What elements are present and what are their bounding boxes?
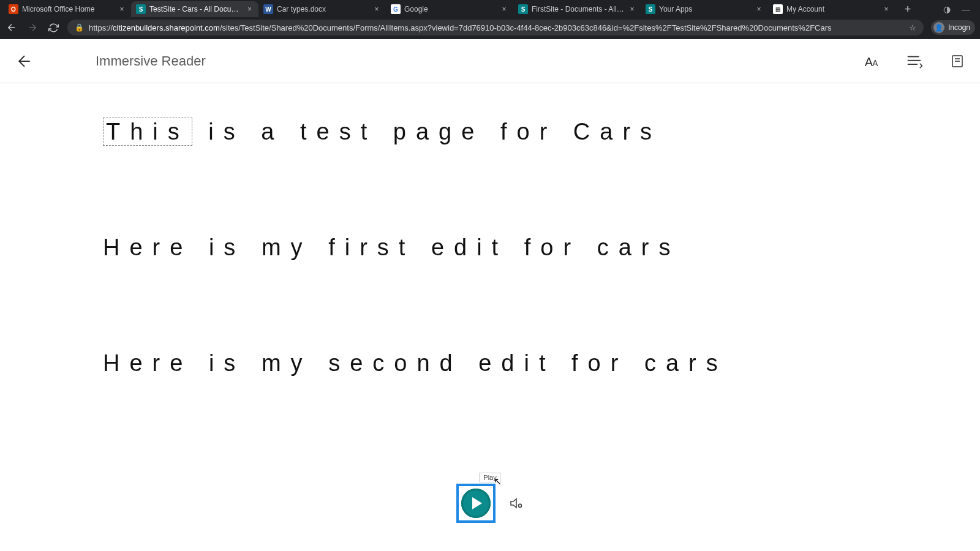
sharepoint-icon: S xyxy=(136,4,146,14)
lock-icon: 🔒 xyxy=(75,23,84,32)
sharepoint-icon: S xyxy=(518,4,528,14)
voice-settings-button[interactable] xyxy=(509,496,524,511)
word-icon: W xyxy=(263,4,273,14)
reading-preferences-button[interactable] xyxy=(947,51,968,72)
playback-controls: Play ↖ xyxy=(0,484,980,523)
tab-my-account[interactable]: ⊞ My Account × xyxy=(768,1,895,17)
tab-title: Your Apps xyxy=(659,5,751,13)
url-text: https://citizenbuilders.sharepoint.com/s… xyxy=(89,23,832,32)
back-button[interactable] xyxy=(5,21,18,34)
close-icon[interactable]: × xyxy=(246,5,254,13)
tab-google[interactable]: G Google × xyxy=(386,1,513,17)
content-line-1: This is a test page for Cars xyxy=(103,119,980,145)
profile-label: Incogn xyxy=(948,23,970,32)
tab-title: Microsoft Office Home xyxy=(22,5,114,13)
content-line-3: Here is my second edit for cars xyxy=(103,350,980,377)
minimize-icon[interactable]: — xyxy=(962,4,970,14)
reload-button[interactable] xyxy=(47,21,60,34)
tab-office-home[interactable]: O Microsoft Office Home × xyxy=(4,1,131,17)
content-line-2: Here is my first edit for cars xyxy=(103,234,980,261)
tab-title: TestSite - Cars - All Documents xyxy=(149,5,242,13)
new-tab-button[interactable]: + xyxy=(899,1,916,17)
address-bar-row: 🔒 https://citizenbuilders.sharepoint.com… xyxy=(0,18,980,39)
close-icon[interactable]: × xyxy=(755,5,763,13)
tab-strip: O Microsoft Office Home × S TestSite - C… xyxy=(0,0,980,18)
google-icon: G xyxy=(391,4,401,14)
reader-content: This is a test page for Cars Here is my … xyxy=(0,83,980,377)
star-icon[interactable]: ☆ xyxy=(909,23,916,32)
microsoft-icon: ⊞ xyxy=(773,4,783,14)
tab-firstsite[interactable]: S FirstSite - Documents - All Docu... × xyxy=(513,1,641,17)
office-icon: O xyxy=(9,4,18,14)
close-icon[interactable]: × xyxy=(372,5,381,13)
immersive-reader-header: Immersive Reader A A xyxy=(0,39,980,83)
forward-button[interactable] xyxy=(26,21,39,34)
tab-testsite-cars[interactable]: S TestSite - Cars - All Documents × xyxy=(131,1,258,17)
window-controls: ◑ — xyxy=(943,4,976,14)
close-icon[interactable]: × xyxy=(118,5,126,13)
play-icon xyxy=(461,489,491,518)
tab-title: Car types.docx xyxy=(277,5,369,13)
page-title: Immersive Reader xyxy=(96,53,206,69)
tab-your-apps[interactable]: S Your Apps × xyxy=(641,1,768,17)
profile-button[interactable]: 👤 Incogn xyxy=(931,20,975,35)
grammar-options-button[interactable] xyxy=(904,51,925,72)
tab-title: My Account xyxy=(786,5,878,13)
play-button[interactable] xyxy=(456,484,496,523)
close-icon[interactable]: × xyxy=(500,5,508,13)
browser-chrome: O Microsoft Office Home × S TestSite - C… xyxy=(0,0,980,39)
current-word-highlight: This xyxy=(103,118,192,146)
sharepoint-icon: S xyxy=(646,4,655,14)
address-bar[interactable]: 🔒 https://citizenbuilders.sharepoint.com… xyxy=(67,20,924,36)
play-tooltip: Play xyxy=(479,473,500,482)
tab-car-types-doc[interactable]: W Car types.docx × xyxy=(258,1,386,17)
svg-text:A: A xyxy=(872,58,878,67)
line-1-rest: is a test page for Cars xyxy=(192,119,662,144)
exit-reader-button[interactable] xyxy=(12,49,37,73)
tab-title: FirstSite - Documents - All Docu... xyxy=(532,5,625,13)
close-icon[interactable]: × xyxy=(882,5,891,13)
close-icon[interactable]: × xyxy=(628,5,636,13)
extension-icon[interactable]: ◑ xyxy=(943,4,951,14)
text-preferences-button[interactable]: A A xyxy=(861,51,882,72)
tab-title: Google xyxy=(404,5,496,13)
incognito-icon: 👤 xyxy=(933,22,944,33)
